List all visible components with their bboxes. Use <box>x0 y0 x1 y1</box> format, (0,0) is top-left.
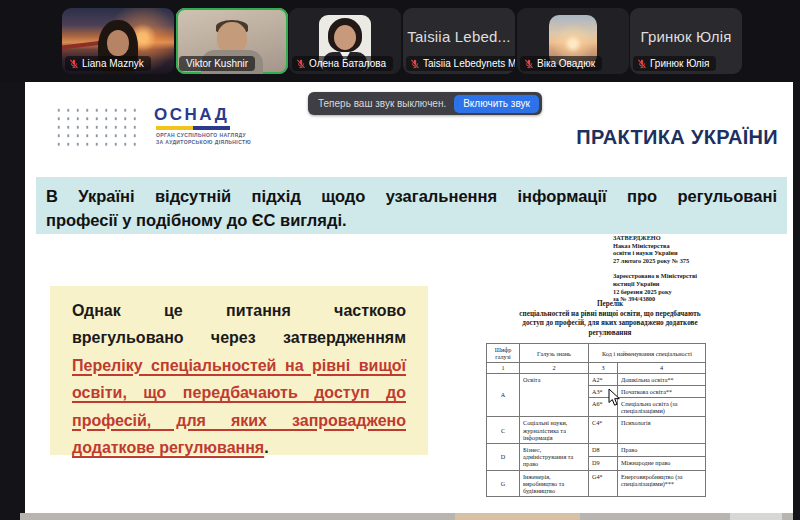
mouse-cursor <box>608 388 621 411</box>
bottom-edge-strip <box>20 513 793 520</box>
table-cell: D8 <box>589 444 618 457</box>
table-cell: Початкова освіта** <box>618 385 706 397</box>
table-cell: Спеціальна освіта (за спеціалізаціями) <box>618 398 706 417</box>
document-approval-block: ЗАТВЕРДЖЕНО Наказ Міністерства освіти і … <box>613 234 697 303</box>
video-tile-liana-maznyk[interactable]: Liana Maznyk <box>62 8 174 74</box>
note-line-last: додаткове регулювання. <box>72 434 406 461</box>
participant-name-label: Олена Баталова <box>292 56 393 71</box>
participant-name-label: Віка Овадюк <box>520 56 602 71</box>
specialties-table: Шифр галузі Галузь знань Код і найменува… <box>486 343 706 497</box>
participant-name: Гринюк Юлія <box>650 58 709 69</box>
participant-name: Олена Баталова <box>309 58 386 69</box>
unmute-button[interactable]: Включить звук <box>454 95 539 113</box>
avatar-face <box>334 25 356 50</box>
osnad-logo-underline <box>156 126 230 130</box>
table-cell: C <box>487 417 520 444</box>
document-title: Перелік спеціальностей на рівні вищої ос… <box>455 300 765 338</box>
participant-display-name: Гринюк Юлія <box>630 28 742 45</box>
table-cell: Соціальні науки, журналістика та інформа… <box>520 417 589 444</box>
note-line-red: освіти, що передбачають доступ до <box>72 379 406 406</box>
toast-message: Теперь ваш звук выключен. <box>318 98 446 109</box>
statement-line: В Україні відсутній підхід щодо узагальн… <box>46 184 777 208</box>
table-cell: D9 <box>589 457 618 470</box>
participant-name-label: Viktor Kushnir <box>179 56 255 71</box>
note-line-red: Переліку спеціальностей на рівні вищої <box>72 352 406 379</box>
participant-name-label: Taisiia Lebedynets M... <box>406 56 515 71</box>
slide-title: ПРАКТИКА УКРАЇНИ <box>576 126 778 149</box>
table-cell: Міжнародне право <box>618 457 706 470</box>
table-cell: Освіта <box>520 373 589 417</box>
audio-muted-toast: Теперь ваш звук выключен. Включить звук <box>308 92 542 115</box>
document-screenshot: ЗАТВЕРДЖЕНО Наказ Міністерства освіти і … <box>430 222 790 507</box>
mic-off-icon <box>410 59 420 69</box>
video-tile-olena-batalova[interactable]: Олена Баталова <box>289 8 401 74</box>
table-cell: G4* <box>589 470 618 497</box>
participant-name-label: Гринюк Юлія <box>633 56 716 71</box>
participant-name-label: Liana Maznyk <box>65 56 151 71</box>
video-tile-hryniuk-yuliia[interactable]: Гринюк Юлія Гринюк Юлія <box>630 8 742 74</box>
osnad-logo-subtitle: ОРГАН СУСПІЛЬНОГО НАГЛЯДУ ЗА АУДИТОРСЬКО… <box>156 132 251 145</box>
note-yellow-box: Однак це питання частково врегульовано ч… <box>50 286 428 455</box>
table-header: Шифр галузі <box>487 344 520 363</box>
table-header: Код і найменування спеціальності <box>589 344 706 363</box>
table-cell: A2* <box>589 373 618 385</box>
participant-name: Віка Овадюк <box>537 58 595 69</box>
table-cell: Інженерія, виробництво та будівництво <box>520 470 589 497</box>
note-line: Однак це питання частково <box>72 297 406 324</box>
mic-off-icon <box>524 59 534 69</box>
table-cell: D <box>487 444 520 471</box>
table-cell: Бізнес, адміністрування та право <box>520 444 589 471</box>
participant-display-name: Taisiia Lebed... <box>403 28 515 45</box>
shared-screen-slide: Теперь ваш звук выключен. Включить звук … <box>25 82 793 513</box>
table-cell: A <box>487 373 520 417</box>
table-cell: Право <box>618 444 706 457</box>
video-tile-taisiia-lebedynets[interactable]: Taisiia Lebed... Taisiia Lebedynets M... <box>403 8 515 74</box>
table-cell: Психологія <box>618 417 706 444</box>
mic-off-icon <box>637 59 647 69</box>
participant-name: Liana Maznyk <box>82 58 144 69</box>
osnad-logo-dots-icon <box>52 104 142 150</box>
participant-name: Viktor Kushnir <box>186 58 248 69</box>
mic-off-icon <box>296 59 306 69</box>
note-line-red: професій, для яких запроваджено <box>72 407 406 434</box>
table-cell: G <box>487 470 520 497</box>
table-cell: Енерговиробництво (за спеціалізаціями)**… <box>618 470 706 497</box>
video-tile-viktor-kushnir-active-speaker[interactable]: Viktor Kushnir <box>176 8 288 74</box>
table-header: Галузь знань <box>520 344 589 363</box>
video-strip: Liana Maznyk Viktor Kushnir Олена Батало… <box>0 0 800 82</box>
participant-name: Taisiia Lebedynets M... <box>423 58 515 69</box>
participant-face <box>107 30 129 56</box>
note-line: врегульовано через затвердженням <box>72 324 406 351</box>
table-cell: C4* <box>589 417 618 444</box>
video-tile-vika-ovadiuk[interactable]: Віка Овадюк <box>517 8 629 74</box>
table-cell: Дошкільна освіта** <box>618 373 706 385</box>
mic-off-icon <box>69 59 79 69</box>
osnad-logo-text: ОСНАД <box>154 105 229 125</box>
